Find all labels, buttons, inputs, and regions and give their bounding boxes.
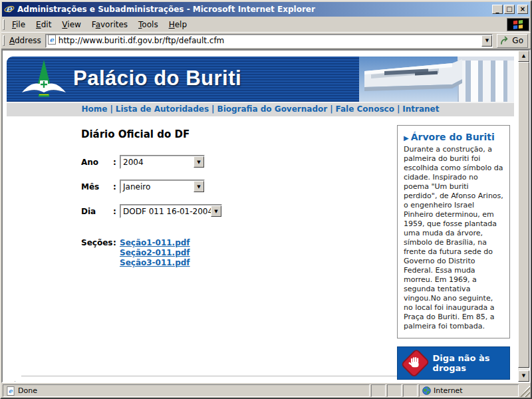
menu-item-edit[interactable]: Edit <box>31 19 57 31</box>
chevron-down-icon[interactable]: ▼ <box>211 205 221 217</box>
page-content: Diário Oficial do DF Ano:2004▼Mês:Janeir… <box>7 116 514 370</box>
menu-item-help[interactable]: Help <box>164 19 192 31</box>
address-dropdown-arrow-icon[interactable]: ▼ <box>481 35 492 47</box>
zone-text: Internet <box>434 386 463 395</box>
side-column: ▶Árvore do Buriti Durante a construção, … <box>397 125 510 370</box>
ie-page-icon: e <box>6 386 15 396</box>
section-links-list: Seção1-011.pdfSeção2-011.pdfSeção3-011.p… <box>120 238 190 268</box>
menu-item-view[interactable]: View <box>57 19 86 31</box>
footer-copyright: Copyright © 2003 <box>433 380 509 382</box>
form-row-ano: Ano:2004▼ <box>81 155 397 169</box>
nav-link-intranet[interactable]: Intranet <box>402 104 439 114</box>
arrow-bullet-icon: ▶ <box>404 134 409 142</box>
pdf-link[interactable]: Seção1-011.pdf <box>120 238 190 248</box>
nav-link-biografia-do-governador[interactable]: Biografia do Governador <box>217 104 327 114</box>
status-text: Done <box>18 386 37 395</box>
field-label: Ano <box>81 158 113 167</box>
title-bar: e Administrações e Subadministrações - M… <box>2 2 530 17</box>
status-pane-empty <box>371 384 386 397</box>
nav-separator: | <box>394 104 402 114</box>
sections-colon: : <box>113 238 120 268</box>
close-button[interactable]: × <box>517 5 528 14</box>
date-form: Ano:2004▼Mês:Janeiro▼Dia:DODF 011 16-01-… <box>81 155 397 218</box>
toolbar-grip[interactable] <box>3 19 5 30</box>
site-nav-bar: Home|Lista de Autoridades|Biografia do G… <box>7 102 514 116</box>
status-pane-empty <box>403 384 418 397</box>
form-row-dia: Dia:DODF 011 16-01-2004▼ <box>81 204 397 218</box>
address-label: Address <box>7 36 45 45</box>
page-footer: Página mantida pela Secretaria de Govern… <box>7 380 514 382</box>
vertical-scrollbar[interactable]: ▲ ▼ <box>518 51 529 382</box>
field-colon: : <box>113 207 120 216</box>
nav-separator: | <box>107 104 115 114</box>
side-box-title-text: Árvore do Buriti <box>411 132 495 142</box>
browser-window: e Administrações e Subadministrações - M… <box>0 0 532 399</box>
field-colon: : <box>113 182 120 192</box>
scroll-up-icon[interactable]: ▲ <box>518 51 529 62</box>
menu-item-tools[interactable]: Tools <box>133 19 164 31</box>
maximize-button[interactable]: □ <box>504 5 515 14</box>
chevron-down-icon[interactable]: ▼ <box>194 181 204 192</box>
status-bar: e Done Internet <box>1 383 531 398</box>
globe-icon <box>422 386 431 395</box>
scrollbar-thumb[interactable] <box>518 62 529 368</box>
palace-building-image <box>359 57 514 102</box>
nav-link-lista-de-autoridades[interactable]: Lista de Autoridades <box>116 104 209 114</box>
minimize-button[interactable]: _ <box>492 5 503 14</box>
dia-select[interactable]: DODF 011 16-01-2004▼ <box>120 204 222 218</box>
window-title: Administrações e Subadministrações - Mic… <box>17 5 489 14</box>
field-colon: : <box>113 158 120 167</box>
ano-select[interactable]: 2004▼ <box>120 155 205 169</box>
menu-bar-items: FileEditViewFavoritesToolsHelp <box>7 19 192 31</box>
address-input[interactable]: e http://www.buriti.df.gov.br/ftp/defaul… <box>45 34 493 48</box>
pdf-link[interactable]: Seção2-011.pdf <box>120 248 190 258</box>
address-url[interactable]: http://www.buriti.df.gov.br/ftp/default.… <box>57 36 482 45</box>
nav-separator: | <box>327 104 335 114</box>
nav-link-home[interactable]: Home <box>82 104 108 114</box>
nav-separator: | <box>209 104 217 114</box>
web-page: Palácio do Buriti <box>3 51 518 382</box>
windows-logo-throbber <box>507 18 529 31</box>
main-column: Diário Oficial do DF Ano:2004▼Mês:Janeir… <box>7 116 397 370</box>
sections-row: Seções : Seção1-011.pdfSeção2-011.pdfSeç… <box>81 238 397 268</box>
chevron-down-icon[interactable]: ▼ <box>194 156 204 168</box>
anti-drugs-banner[interactable]: Diga não às drogas <box>397 346 510 380</box>
menu-bar: FileEditViewFavoritesToolsHelp <box>1 17 531 33</box>
address-bar: Address e http://www.buriti.df.gov.br/ft… <box>1 33 531 49</box>
go-arrow-icon <box>500 36 510 45</box>
form-row-mês: Mês:Janeiro▼ <box>81 180 397 194</box>
status-pane-empty <box>387 384 402 397</box>
nav-link-fale-conosco[interactable]: Fale Conosco <box>336 104 394 114</box>
selected-value: Janeiro <box>120 182 194 192</box>
footer-text: Página mantida pela Secretaria de Govern… <box>8 380 433 382</box>
banner-text: Diga não às drogas <box>433 353 509 373</box>
svg-text:e: e <box>6 3 13 14</box>
go-label: Go <box>512 36 523 45</box>
status-pane: e Done <box>3 384 370 397</box>
field-label: Dia <box>81 207 113 216</box>
site-title: Palácio do Buriti <box>73 57 241 100</box>
selected-value: 2004 <box>120 158 194 167</box>
selected-value: DODF 011 16-01-2004 <box>120 207 211 216</box>
buriti-tree-box: ▶Árvore do Buriti Durante a construção, … <box>397 125 510 338</box>
resize-grip[interactable] <box>520 384 530 397</box>
side-box-body: Durante a construção, a palmeira do buri… <box>404 145 503 331</box>
toolbar-grip[interactable] <box>3 35 5 46</box>
mês-select[interactable]: Janeiro▼ <box>120 180 205 194</box>
menu-item-favorites[interactable]: Favorites <box>86 19 133 31</box>
page-icon: e <box>47 35 57 47</box>
scroll-down-icon[interactable]: ▼ <box>518 370 529 382</box>
go-button[interactable]: Go <box>497 34 528 48</box>
site-header-banner: Palácio do Buriti <box>7 57 514 102</box>
page-title: Diário Oficial do DF <box>81 128 397 140</box>
pdf-link[interactable]: Seção3-011.pdf <box>120 258 190 268</box>
side-box-title: ▶Árvore do Buriti <box>404 132 503 142</box>
hand-stop-icon <box>400 348 430 378</box>
menu-item-file[interactable]: File <box>7 19 31 31</box>
ie-app-icon: e <box>4 3 15 16</box>
browser-viewport: Palácio do Buriti <box>1 49 531 383</box>
security-zone-pane: Internet <box>419 384 519 397</box>
svg-text:e: e <box>49 36 54 43</box>
sections-label: Seções <box>81 238 113 268</box>
field-label: Mês <box>81 182 113 192</box>
